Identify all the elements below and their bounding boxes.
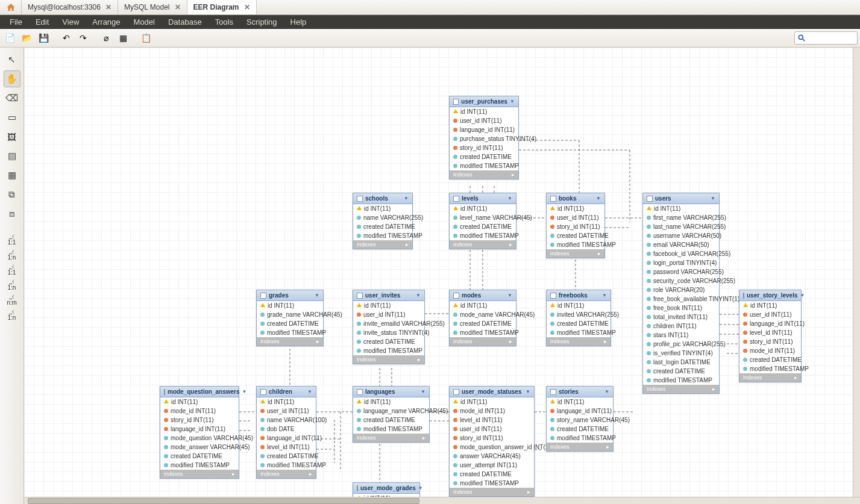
table-user_mode_statuses[interactable]: user_mode_statuses▼id INT(11)mode_id INT… xyxy=(449,386,535,497)
table-column[interactable]: profile_pic VARCHAR(255) xyxy=(643,340,719,349)
table-stories[interactable]: stories▼id INT(11)language_id INT(11)sto… xyxy=(546,386,614,452)
table-column[interactable]: language_id INT(11) xyxy=(160,425,239,434)
table-column[interactable]: children INT(11) xyxy=(643,322,719,331)
table-indexes-footer[interactable]: Indexes▸ xyxy=(450,488,534,496)
new-file-button[interactable]: 📄 xyxy=(2,31,17,45)
table-column[interactable]: created DATETIME xyxy=(160,452,239,461)
table-column[interactable]: created DATETIME xyxy=(547,425,613,434)
table-column[interactable]: story_id INT(11) xyxy=(547,222,604,231)
relation-tool-1-n[interactable]: ⎯⟨1:n xyxy=(7,277,17,292)
menu-arrange[interactable]: Arrange xyxy=(86,16,126,28)
table-column[interactable]: created DATETIME xyxy=(450,470,534,479)
table-column[interactable]: stars INT(11) xyxy=(643,331,719,340)
redo-button[interactable]: ↷ xyxy=(76,31,90,45)
table-column[interactable]: id INT(11) xyxy=(547,204,604,213)
table-column[interactable]: grade_name VARCHAR(45) xyxy=(257,310,323,319)
table-column[interactable]: modified TIMESTAMP xyxy=(450,231,516,240)
table-column[interactable]: mode_question_answer_id INT(11) xyxy=(450,443,534,452)
table-column[interactable]: id INT(11) xyxy=(547,301,610,310)
collapse-icon[interactable]: ▼ xyxy=(596,196,601,201)
collapse-icon[interactable]: ▼ xyxy=(510,99,515,104)
expand-icon[interactable]: ▸ xyxy=(406,241,409,247)
table-column[interactable]: id INT(11) xyxy=(353,204,412,213)
table-column[interactable]: modified TIMESTAMP xyxy=(353,231,412,240)
document-tab[interactable]: MySQL Model✕ xyxy=(118,0,187,14)
table-header[interactable]: books▼ xyxy=(547,193,604,204)
table-indexes-footer[interactable]: Indexes▸ xyxy=(547,337,610,346)
table-user_story_levels[interactable]: user_story_levels▼id INT(11)user_id INT(… xyxy=(739,290,802,382)
undo-button[interactable]: ↶ xyxy=(59,31,74,45)
table-indexes-footer[interactable]: Indexes▸ xyxy=(739,373,801,382)
table-column[interactable]: mode_id INT(11) xyxy=(160,406,239,415)
table-column[interactable]: created DATETIME xyxy=(353,337,424,346)
table-column[interactable]: modified TIMESTAMP xyxy=(547,240,604,249)
expand-icon[interactable]: ▸ xyxy=(712,386,715,392)
table-column[interactable]: modified TIMESTAMP xyxy=(547,434,613,443)
hand-tool[interactable]: ✋ xyxy=(4,70,20,87)
expand-icon[interactable]: ▸ xyxy=(512,172,515,178)
collapse-icon[interactable]: ▼ xyxy=(602,293,607,298)
table-column[interactable]: id INT(11) xyxy=(643,204,719,213)
collapse-icon[interactable]: ▼ xyxy=(242,389,246,394)
table-column[interactable]: language_id INT(11) xyxy=(450,125,518,134)
expand-icon[interactable]: ▸ xyxy=(309,471,312,477)
table-column[interactable]: last_login DATETIME xyxy=(643,358,719,367)
table-header[interactable]: users▼ xyxy=(643,193,719,204)
table-header[interactable]: children▼ xyxy=(257,387,316,397)
table-column[interactable]: story_id INT(11) xyxy=(160,415,239,425)
close-icon[interactable]: ✕ xyxy=(105,3,111,11)
table-header[interactable]: user_invites▼ xyxy=(353,290,424,301)
menu-edit[interactable]: Edit xyxy=(30,16,55,28)
collapse-icon[interactable]: ▼ xyxy=(315,293,319,298)
relation-tool-n-m[interactable]: ⎯⟨n:m xyxy=(7,292,17,307)
table-column[interactable]: username VARCHAR(50) xyxy=(643,231,719,240)
table-column[interactable]: invite_status TINYINT(4) xyxy=(353,328,424,337)
table-header[interactable]: freebooks▼ xyxy=(547,290,610,301)
table-schools[interactable]: schools▼id INT(11)name VARCHAR(255)creat… xyxy=(353,193,413,249)
collapse-icon[interactable]: ▼ xyxy=(604,389,609,394)
table-column[interactable]: user_id INT(11) xyxy=(450,116,518,125)
table-column[interactable]: story_name VARCHAR(45) xyxy=(547,415,613,425)
table-children[interactable]: children▼id INT(11)user_id INT(11)name V… xyxy=(256,386,316,479)
table-column[interactable]: id INT(11) xyxy=(739,301,801,310)
table-indexes-footer[interactable]: Indexes▸ xyxy=(450,240,516,249)
table-column[interactable]: login_portal TINYINT(4) xyxy=(643,258,719,267)
document-tab[interactable]: Mysql@localhost:3306✕ xyxy=(22,0,118,14)
expand-icon[interactable]: ▸ xyxy=(316,338,319,344)
table-column[interactable]: created DATETIME xyxy=(257,319,323,328)
table-users[interactable]: users▼id INT(11)first_name VARCHAR(255)l… xyxy=(642,193,720,394)
search-box[interactable] xyxy=(794,31,858,45)
table-user_invites[interactable]: user_invites▼id INT(11)user_id INT(11)in… xyxy=(353,290,425,364)
table-column[interactable]: id INT(11) xyxy=(257,301,323,310)
table-modes[interactable]: modes▼id INT(11)mode_name VARCHAR(45)cre… xyxy=(449,290,516,346)
table-column[interactable]: facebook_id VARCHAR(255) xyxy=(643,249,719,258)
table-column[interactable]: id INT(11) xyxy=(257,397,316,406)
expand-icon[interactable]: ▸ xyxy=(509,338,512,344)
table-column[interactable]: modified TIMESTAMP xyxy=(450,161,518,170)
eraser-tool[interactable]: ⌫ xyxy=(4,90,20,107)
table-column[interactable]: id INT(11) xyxy=(450,107,518,116)
table-freebooks[interactable]: freebooks▼id INT(11)invited VARCHAR(255)… xyxy=(546,290,611,346)
relation-tool-1-n[interactable]: ⎯⟨1:n xyxy=(7,307,17,322)
close-icon[interactable]: ✕ xyxy=(175,3,181,11)
table-column[interactable]: modified TIMESTAMP xyxy=(257,461,316,470)
table-indexes-footer[interactable]: Indexes▸ xyxy=(450,337,516,346)
grid-button[interactable]: ▦ xyxy=(116,31,130,45)
table-column[interactable]: free_book INT(11) xyxy=(643,303,719,313)
expand-icon[interactable]: ▸ xyxy=(606,444,609,450)
table-column[interactable]: user_id INT(11) xyxy=(257,406,316,415)
collapse-icon[interactable]: ▼ xyxy=(418,485,423,491)
table-column[interactable]: created DATETIME xyxy=(450,222,516,231)
collapse-icon[interactable]: ▼ xyxy=(404,196,409,201)
table-column[interactable]: created DATETIME xyxy=(450,319,516,328)
save-button[interactable]: 💾 xyxy=(36,31,51,45)
table-column[interactable]: dob DATE xyxy=(257,425,316,434)
table-indexes-footer[interactable]: Indexes▸ xyxy=(643,385,719,393)
menu-model[interactable]: Model xyxy=(128,16,161,28)
menu-view[interactable]: View xyxy=(56,16,85,28)
pointer-tool[interactable]: ↖ xyxy=(4,51,20,68)
table-indexes-footer[interactable]: Indexes▸ xyxy=(353,240,412,249)
table-column[interactable]: last_name VARCHAR(255) xyxy=(643,222,719,231)
layer-tool[interactable]: ▭ xyxy=(4,109,20,126)
horizontal-scrollbar[interactable] xyxy=(24,497,860,504)
